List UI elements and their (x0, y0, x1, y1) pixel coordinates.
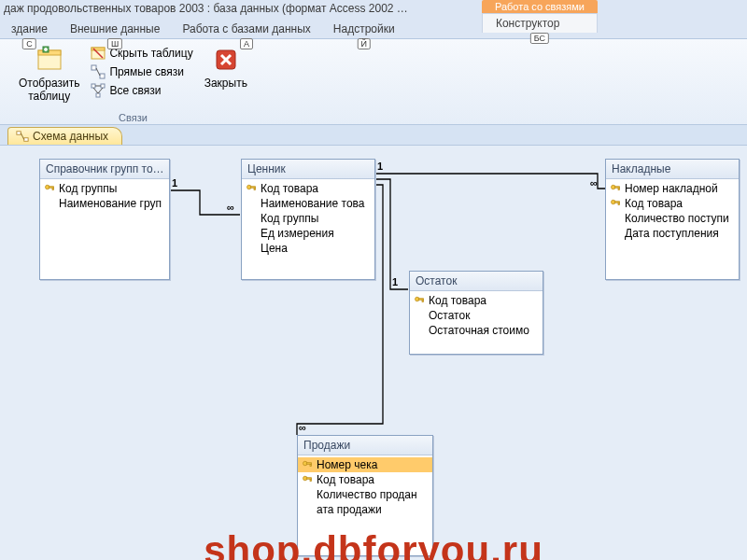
ribbon-tab-external[interactable]: Внешние данные Ш (59, 20, 172, 38)
all-relations-label: Все связи (109, 84, 161, 97)
table-field[interactable]: Остаточная стоимо (410, 323, 543, 338)
key-placeholder (246, 213, 257, 224)
ribbon-tab-row: здание С Внешние данные Ш Работа с базам… (0, 19, 747, 39)
keytip: А (240, 38, 253, 49)
show-table-icon (35, 45, 64, 75)
ribbon-tab-dbtools[interactable]: Работа с базами данных А (171, 20, 321, 38)
keytip: С (22, 38, 36, 49)
table-field[interactable]: Дата поступления (606, 226, 739, 241)
table-field[interactable]: Номер накладной (606, 181, 739, 196)
hide-table-label: Скрыть таблицу (109, 47, 192, 60)
svg-rect-20 (17, 132, 21, 135)
field-name: Код товара (261, 182, 318, 195)
table-field[interactable]: ата продажи (298, 502, 432, 517)
ribbon-tab-label: здание (11, 22, 48, 35)
table-field[interactable]: Цена (242, 241, 374, 256)
ribbon-body: Отобразить таблицу Скрыть таблицу (0, 39, 747, 125)
hide-table-button[interactable]: Скрыть таблицу (89, 45, 194, 62)
svg-rect-31 (618, 188, 620, 189)
table-field[interactable]: Код товара (242, 181, 374, 196)
table-sales[interactable]: Продажи Номер чекаКод товараКоличество п… (297, 435, 433, 556)
table-field[interactable]: Код товара (410, 293, 543, 308)
field-name: Ед измерения (261, 227, 334, 240)
table-title[interactable]: Справочник групп то… (40, 160, 169, 179)
close-label: Закрыть (204, 77, 247, 90)
table-title[interactable]: Накладные (606, 160, 739, 179)
ribbon-tab-label: Внешние данные (70, 22, 161, 35)
table-remainder[interactable]: Остаток Код товараОстатокОстаточная стои… (409, 271, 543, 355)
svg-rect-43 (310, 479, 312, 481)
direct-relations-label: Прямые связи (109, 65, 184, 78)
table-fields: Код товараНаименование товаКод группыЕд … (242, 179, 374, 258)
table-field[interactable]: Остаток (410, 308, 543, 323)
key-placeholder (44, 198, 55, 209)
key-icon (302, 474, 313, 485)
table-field[interactable]: Код группы (242, 211, 374, 226)
field-name: Остаток (429, 309, 470, 322)
svg-line-15 (93, 88, 98, 93)
ribbon-tab-addins[interactable]: Надстройки Й (322, 20, 406, 38)
table-field[interactable]: Код товара (298, 472, 432, 487)
show-table-button[interactable]: Отобразить таблицу (15, 43, 83, 105)
field-name: Код группы (59, 182, 117, 195)
svg-rect-1 (38, 50, 61, 55)
svg-rect-9 (100, 74, 105, 78)
ribbon-tab-label: Конструктор (496, 17, 559, 30)
table-field[interactable]: Ед измерения (242, 226, 374, 241)
table-field[interactable]: Номер чека (298, 457, 432, 472)
table-field[interactable]: Код группы (40, 181, 169, 196)
cardinality-many: ∞ (299, 422, 306, 433)
svg-rect-34 (618, 203, 620, 204)
close-icon (211, 45, 241, 75)
relationships-canvas[interactable]: 1 ∞ 1 ∞ 1 ∞ Справочник групп то… Код гру… (0, 146, 747, 560)
table-invoices[interactable]: Накладные Номер накладнойКод товараКолич… (605, 159, 740, 280)
table-field[interactable]: Наименование това (242, 196, 374, 211)
ribbon-tab-design[interactable]: Конструктор БС (482, 13, 598, 33)
table-field[interactable]: Количество продан (298, 487, 432, 502)
key-placeholder (302, 504, 313, 515)
direct-relations-button[interactable]: Прямые связи (89, 63, 194, 80)
table-fields: Номер накладнойКод товараКоличество пост… (606, 179, 739, 243)
field-name: Цена (261, 242, 288, 255)
svg-line-10 (96, 68, 100, 76)
close-relations-button[interactable]: Закрыть (201, 43, 251, 91)
all-relations-icon (91, 83, 106, 98)
cardinality-one: 1 (392, 276, 398, 287)
context-group-header: Работа со связями (482, 0, 598, 13)
document-tab-strip: Схема данных (0, 125, 747, 146)
svg-rect-28 (254, 188, 256, 189)
field-name: ата продажи (317, 503, 382, 516)
field-name: Наименование груп (59, 197, 162, 210)
ribbon-tab-create[interactable]: здание С (0, 20, 59, 38)
table-field[interactable]: Наименование груп (40, 196, 169, 211)
field-name: Код товара (317, 473, 374, 486)
cardinality-one: 1 (172, 177, 177, 189)
table-price[interactable]: Ценник Код товараНаименование товаКод гр… (241, 159, 375, 280)
key-icon (610, 198, 621, 209)
key-icon (246, 183, 257, 194)
key-icon (44, 183, 55, 194)
key-placeholder (246, 243, 257, 254)
table-title[interactable]: Ценник (242, 160, 374, 179)
svg-rect-11 (92, 84, 95, 88)
keytip: Ш (107, 38, 122, 49)
table-field[interactable]: Количество поступи (606, 211, 739, 226)
table-title[interactable]: Остаток (410, 272, 543, 291)
key-placeholder (246, 228, 257, 239)
keytip: Й (358, 38, 371, 49)
ribbon-tab-label: Работа с базами данных (182, 22, 310, 35)
field-name: Количество продан (317, 488, 417, 501)
svg-rect-21 (24, 138, 28, 142)
table-title[interactable]: Продажи (298, 436, 432, 455)
key-placeholder (246, 198, 257, 209)
field-name: Дата поступления (625, 227, 719, 240)
all-relations-button[interactable]: Все связи (89, 82, 194, 99)
table-field[interactable]: Код товара (606, 196, 739, 211)
document-tab-schema[interactable]: Схема данных (7, 127, 122, 145)
svg-line-22 (21, 133, 24, 140)
show-table-label: Отобразить таблицу (19, 77, 79, 103)
table-groups[interactable]: Справочник групп то… Код группыНаименова… (39, 159, 170, 280)
field-name: Количество поступи (625, 212, 729, 225)
key-placeholder (610, 213, 621, 224)
field-name: Код товара (429, 294, 486, 307)
